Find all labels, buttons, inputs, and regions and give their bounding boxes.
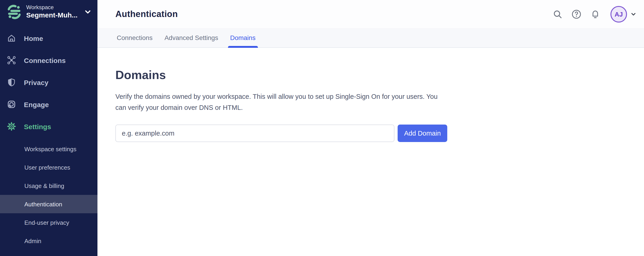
add-domain-form: Add Domain xyxy=(116,124,626,142)
gear-icon xyxy=(7,122,16,131)
subnav-item-label: Admin xyxy=(24,238,41,244)
add-domain-button[interactable]: Add Domain xyxy=(398,124,447,142)
subnav-item-usage-billing[interactable]: Usage & billing xyxy=(0,176,98,195)
search-button[interactable] xyxy=(552,9,563,19)
tab-domains[interactable]: Domains xyxy=(230,28,256,47)
sidebar-item-label: Connections xyxy=(24,56,66,64)
subnav-item-authentication[interactable]: Authentication xyxy=(0,195,98,213)
sidebar-item-label: Privacy xyxy=(24,78,48,86)
tab-label: Domains xyxy=(230,34,256,41)
shield-icon xyxy=(7,78,16,87)
search-icon xyxy=(552,9,563,19)
domain-input[interactable] xyxy=(116,124,394,142)
workspace-name: Segment-Muh... xyxy=(26,11,78,20)
help-button[interactable] xyxy=(571,9,582,19)
subnav-item-user-preferences[interactable]: User preferences xyxy=(0,158,98,176)
subnav-item-end-user-privacy[interactable]: End-user privacy xyxy=(0,213,98,232)
tab-bar: Connections Advanced Settings Domains xyxy=(98,28,644,48)
subnav-item-workspace-settings[interactable]: Workspace settings xyxy=(0,140,98,158)
page-title: Authentication xyxy=(116,9,178,19)
engage-icon xyxy=(7,100,16,109)
header-actions: AJ xyxy=(544,6,637,22)
app-root: Workspace Segment-Muh... Home xyxy=(0,0,644,256)
notifications-icon xyxy=(590,9,600,19)
tab-label: Advanced Settings xyxy=(164,34,218,41)
workspace-switcher[interactable]: Workspace Segment-Muh... xyxy=(0,0,98,24)
avatar[interactable]: AJ xyxy=(610,6,627,22)
sidebar-item-home[interactable]: Home xyxy=(0,27,98,49)
subnav-item-label: End-user privacy xyxy=(24,219,69,226)
sidebar-item-privacy[interactable]: Privacy xyxy=(0,71,98,93)
sidebar-item-label: Engage xyxy=(24,100,49,108)
tab-advanced-settings[interactable]: Advanced Settings xyxy=(164,28,218,47)
sidebar-item-connections[interactable]: Connections xyxy=(0,49,98,71)
domains-section: Domains Verify the domains owned by your… xyxy=(98,48,644,142)
sidebar-item-label: Home xyxy=(24,34,43,42)
page-header: Authentication xyxy=(98,0,644,28)
tab-label: Connections xyxy=(117,34,152,41)
workspace-chevron-down-icon xyxy=(84,8,92,16)
main-column: Authentication xyxy=(98,0,644,256)
sidebar-nav: Home Connections xyxy=(0,27,98,250)
subnav-item-label: User preferences xyxy=(24,164,70,171)
subnav-item-admin[interactable]: Admin xyxy=(0,232,98,250)
subnav-item-label: Workspace settings xyxy=(24,146,76,152)
help-icon xyxy=(571,9,582,19)
section-description: Verify the domains owned by your workspa… xyxy=(116,91,443,113)
segment-logo-icon xyxy=(6,4,22,20)
account-menu-chevron[interactable] xyxy=(630,11,637,17)
tab-connections[interactable]: Connections xyxy=(117,28,152,47)
sidebar: Workspace Segment-Muh... Home xyxy=(0,0,98,256)
sidebar-item-engage[interactable]: Engage xyxy=(0,93,98,115)
settings-subnav: Workspace settings User preferences Usag… xyxy=(0,140,98,250)
workspace-label: Workspace xyxy=(26,4,78,11)
sidebar-item-settings[interactable]: Settings xyxy=(0,115,98,138)
sidebar-item-label: Settings xyxy=(24,122,51,130)
notifications-button[interactable] xyxy=(590,9,600,19)
workspace-info: Workspace Segment-Muh... xyxy=(26,4,78,20)
subnav-item-label: Authentication xyxy=(24,200,62,208)
chevron-down-icon xyxy=(630,11,637,17)
subnav-item-label: Usage & billing xyxy=(24,182,64,189)
connections-icon xyxy=(7,56,16,65)
section-heading: Domains xyxy=(116,68,626,82)
home-icon xyxy=(7,34,16,43)
avatar-initials: AJ xyxy=(614,10,623,18)
